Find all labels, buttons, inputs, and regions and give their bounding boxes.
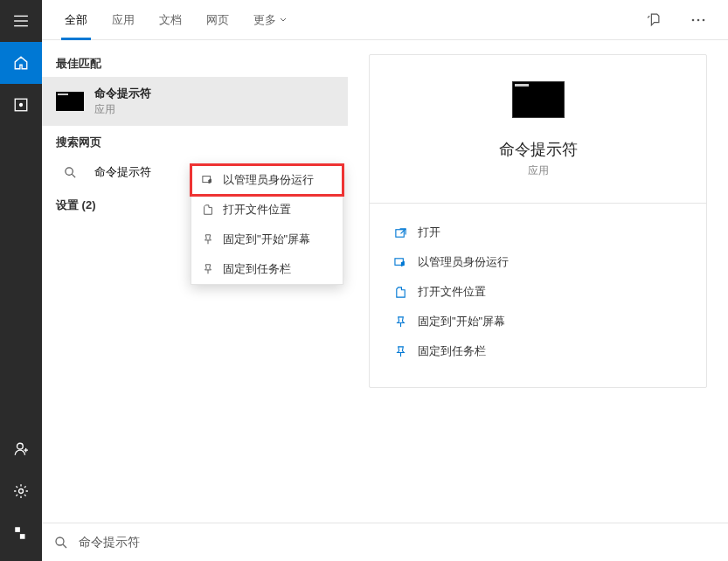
svg-point-24 (56, 537, 64, 545)
results-column: 最佳匹配 命令提示符 应用 搜索网页 命令提示符 (42, 40, 348, 523)
divider (370, 203, 706, 204)
ctx-label: 以管理员身份运行 (223, 172, 314, 188)
tab-label: 网页 (206, 12, 229, 28)
tab-web[interactable]: 网页 (194, 1, 241, 39)
action-open-location[interactable]: 打开文件位置 (391, 277, 685, 307)
action-label: 打开文件位置 (418, 284, 486, 300)
result-cmd[interactable]: 命令提示符 应用 (42, 77, 348, 126)
tab-docs[interactable]: 文档 (147, 1, 194, 39)
cmd-icon-large (512, 81, 565, 118)
svg-point-11 (692, 18, 695, 21)
svg-point-8 (19, 489, 24, 494)
svg-rect-10 (20, 534, 25, 539)
ellipsis-icon (691, 18, 705, 22)
preview-panel: 命令提示符 应用 打开 以管理员身份运行 打开文件位置 (348, 40, 728, 523)
ctx-label: 固定到任务栏 (223, 261, 291, 277)
action-pin-start[interactable]: 固定到"开始"屏幕 (391, 307, 685, 336)
ctx-run-admin[interactable]: 以管理员身份运行 (191, 165, 343, 195)
content-area: 最佳匹配 命令提示符 应用 搜索网页 命令提示符 (42, 40, 728, 523)
ctx-open-location[interactable]: 打开文件位置 (191, 195, 343, 225)
sidebar-picture[interactable] (0, 512, 42, 554)
search-icon (56, 166, 84, 179)
search-input[interactable] (79, 536, 716, 550)
preview-card: 命令提示符 应用 打开 以管理员身份运行 打开文件位置 (369, 54, 707, 388)
feedback-icon (646, 12, 661, 27)
ctx-pin-taskbar[interactable]: 固定到任务栏 (191, 254, 343, 284)
preview-subtitle: 应用 (391, 163, 685, 178)
main-area: 全部 应用 文档 网页 更多 最佳匹配 命令提示符 (42, 0, 728, 561)
hamburger-menu[interactable] (0, 0, 42, 42)
action-label: 打开 (418, 225, 440, 240)
tabs-bar: 全部 应用 文档 网页 更多 (42, 0, 728, 40)
section-search-web: 搜索网页 (42, 126, 348, 156)
ctx-label: 打开文件位置 (223, 202, 291, 218)
pin-icon (394, 315, 407, 329)
pin-icon (202, 263, 214, 275)
chevron-down-icon (280, 17, 287, 24)
action-pin-taskbar[interactable]: 固定到任务栏 (391, 336, 685, 366)
open-icon (394, 226, 407, 239)
section-best-match: 最佳匹配 (42, 47, 348, 77)
result-title: 命令提示符 (94, 86, 334, 101)
tab-label: 文档 (159, 12, 182, 28)
tab-label: 应用 (112, 12, 135, 28)
svg-line-15 (72, 174, 75, 177)
svg-point-5 (17, 443, 24, 449)
action-label: 固定到任务栏 (418, 343, 486, 359)
context-menu: 以管理员身份运行 打开文件位置 固定到"开始"屏幕 固定到任务栏 (191, 164, 343, 285)
left-sidebar (0, 0, 42, 561)
sidebar-settings[interactable] (0, 470, 42, 512)
ctx-pin-start[interactable]: 固定到"开始"屏幕 (191, 225, 343, 254)
tab-label: 更多 (253, 12, 276, 28)
ctx-label: 固定到"开始"屏幕 (223, 232, 310, 247)
sidebar-home[interactable] (0, 42, 42, 84)
sidebar-collections[interactable] (0, 84, 42, 126)
svg-rect-9 (15, 527, 20, 532)
action-open[interactable]: 打开 (391, 218, 685, 247)
folder-icon (394, 286, 407, 299)
search-bar (42, 523, 728, 561)
svg-line-25 (63, 544, 66, 548)
admin-icon (394, 256, 407, 269)
sidebar-user[interactable] (0, 428, 42, 470)
svg-point-12 (697, 18, 700, 21)
svg-point-4 (20, 104, 23, 107)
svg-rect-19 (396, 229, 404, 236)
tab-all[interactable]: 全部 (52, 1, 100, 39)
cmd-icon (56, 92, 84, 111)
preview-title: 命令提示符 (391, 139, 685, 160)
result-subtitle: 应用 (94, 102, 334, 117)
pin-icon (202, 233, 214, 246)
action-label: 以管理员身份运行 (418, 254, 509, 270)
search-icon (54, 536, 68, 550)
feedback-button[interactable] (637, 4, 669, 36)
action-run-admin[interactable]: 以管理员身份运行 (391, 247, 685, 277)
more-button[interactable] (683, 4, 714, 36)
tab-label: 全部 (65, 12, 87, 28)
tab-more[interactable]: 更多 (241, 1, 299, 39)
pin-icon (394, 345, 407, 358)
svg-point-14 (65, 167, 72, 174)
admin-icon (202, 174, 214, 186)
svg-point-13 (703, 18, 705, 21)
action-label: 固定到"开始"屏幕 (418, 314, 505, 329)
folder-icon (202, 204, 214, 216)
tab-apps[interactable]: 应用 (100, 1, 147, 39)
